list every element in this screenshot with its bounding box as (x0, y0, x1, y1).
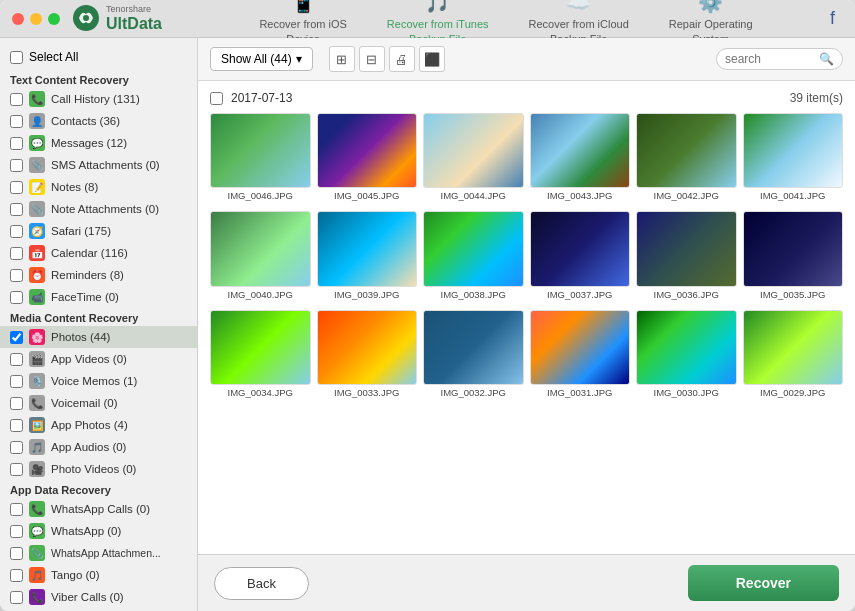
list-item[interactable]: IMG_0042.JPG (636, 113, 737, 201)
list-item[interactable]: IMG_0036.JPG (636, 211, 737, 299)
thumbnail-img32[interactable] (423, 310, 524, 385)
thumbnail-img43[interactable] (530, 113, 631, 188)
thumbnail-img33[interactable] (317, 310, 418, 385)
filter-dropdown[interactable]: Show All (44) ▾ (210, 47, 313, 71)
right-panel: Show All (44) ▾ ⊞ ⊟ 🖨 ⬛ 🔍 2017 (198, 38, 855, 611)
sidebar-item-app-videos[interactable]: 🎬App Videos (0) (0, 348, 197, 370)
icloud-icon: ☁️ (566, 0, 591, 15)
list-item[interactable]: IMG_0044.JPG (423, 113, 524, 201)
thumbnail-img31[interactable] (530, 310, 631, 385)
sidebar-item-app-photos[interactable]: 🖼️App Photos (4) (0, 414, 197, 436)
list-item[interactable]: IMG_0043.JPG (530, 113, 631, 201)
list-item[interactable]: IMG_0046.JPG (210, 113, 311, 201)
minimize-button[interactable] (30, 13, 42, 25)
view-icons: ⊞ ⊟ 🖨 ⬛ (329, 46, 445, 72)
list-item[interactable]: IMG_0040.JPG (210, 211, 311, 299)
sidebar-item-photo-videos[interactable]: 🎥Photo Videos (0) (0, 458, 197, 480)
sidebar-item-sms-attach[interactable]: 📎SMS Attachments (0) (0, 154, 197, 176)
photo-videos-icon: 🎥 (29, 461, 45, 477)
sidebar-item-voice-memos[interactable]: 🎙️Voice Memos (1) (0, 370, 197, 392)
view-list-button[interactable]: ⊞ (329, 46, 355, 72)
sidebar-item-app-audios[interactable]: 🎵App Audios (0) (0, 436, 197, 458)
sidebar: Select All Text Content Recovery 📞Call H… (0, 38, 198, 611)
thumbnail-img30[interactable] (636, 310, 737, 385)
notes-icon: 📝 (29, 179, 45, 195)
thumbnail-img37[interactable] (530, 211, 631, 286)
sidebar-item-facetime[interactable]: 📹FaceTime (0) (0, 286, 197, 308)
list-item[interactable]: IMG_0035.JPG (743, 211, 844, 299)
logo-icon (72, 4, 100, 32)
sidebar-item-call-history[interactable]: 📞Call History (131) (0, 88, 197, 110)
thumbnail-img35[interactable] (743, 211, 844, 286)
thumbnail-img42[interactable] (636, 113, 737, 188)
recover-button[interactable]: Recover (688, 565, 839, 601)
grid-area: 2017-07-13 39 item(s) IMG_0046.JPG IMG_0… (198, 81, 855, 554)
sidebar-item-viber-calls[interactable]: 📞Viber Calls (0) (0, 586, 197, 608)
chevron-down-icon: ▾ (296, 52, 302, 66)
voicemail-icon: 📞 (29, 395, 45, 411)
sidebar-item-messages[interactable]: 💬Messages (12) (0, 132, 197, 154)
export-button[interactable]: ⬛ (419, 46, 445, 72)
select-all-checkbox[interactable] (10, 51, 23, 64)
list-item[interactable]: IMG_0029.JPG (743, 310, 844, 398)
maximize-button[interactable] (48, 13, 60, 25)
list-item[interactable]: IMG_0045.JPG (317, 113, 418, 201)
sidebar-item-voicemail[interactable]: 📞Voicemail (0) (0, 392, 197, 414)
sidebar-item-contacts[interactable]: 👤Contacts (36) (0, 110, 197, 132)
facebook-icon[interactable]: f (830, 8, 835, 29)
thumbnail-img44[interactable] (423, 113, 524, 188)
sidebar-item-calendar[interactable]: 📅Calendar (116) (0, 242, 197, 264)
sidebar-item-notes[interactable]: 📝Notes (8) (0, 176, 197, 198)
list-item[interactable]: IMG_0032.JPG (423, 310, 524, 398)
sidebar-item-reminders[interactable]: ⏰Reminders (8) (0, 264, 197, 286)
img-label: IMG_0033.JPG (334, 387, 399, 398)
img-label: IMG_0034.JPG (228, 387, 293, 398)
list-item[interactable]: IMG_0033.JPG (317, 310, 418, 398)
list-item[interactable]: IMG_0041.JPG (743, 113, 844, 201)
thumbnail-img36[interactable] (636, 211, 737, 286)
date-header: 2017-07-13 39 item(s) (210, 91, 843, 105)
thumbnail-img39[interactable] (317, 211, 418, 286)
img-label: IMG_0043.JPG (547, 190, 612, 201)
sidebar-item-whatsapp-calls[interactable]: 📞WhatsApp Calls (0) (0, 498, 197, 520)
sidebar-item-tango[interactable]: 🎵Tango (0) (0, 564, 197, 586)
img-label: IMG_0030.JPG (654, 387, 719, 398)
image-grid-row3: IMG_0034.JPG IMG_0033.JPG IMG_0032.JPG I… (210, 310, 843, 398)
thumbnail-img40[interactable] (210, 211, 311, 286)
reminders-icon: ⏰ (29, 267, 45, 283)
view-grid-button[interactable]: ⊟ (359, 46, 385, 72)
select-all-row[interactable]: Select All (0, 46, 197, 70)
close-button[interactable] (12, 13, 24, 25)
print-button[interactable]: 🖨 (389, 46, 415, 72)
sidebar-item-note-attach[interactable]: 📎Note Attachments (0) (0, 198, 197, 220)
list-item[interactable]: IMG_0039.JPG (317, 211, 418, 299)
back-button[interactable]: Back (214, 567, 309, 600)
list-item[interactable]: IMG_0031.JPG (530, 310, 631, 398)
safari-icon: 🧭 (29, 223, 45, 239)
list-item[interactable]: IMG_0038.JPG (423, 211, 524, 299)
list-item[interactable]: IMG_0034.JPG (210, 310, 311, 398)
sidebar-item-photos[interactable]: 🌸Photos (44) (0, 326, 197, 348)
tango-icon: 🎵 (29, 567, 45, 583)
thumbnail-img41[interactable] (743, 113, 844, 188)
list-item[interactable]: IMG_0037.JPG (530, 211, 631, 299)
svg-point-1 (83, 15, 89, 21)
app-window: Tenorshare UltData 📱 Recover from iOS De… (0, 0, 855, 611)
thumbnail-img46[interactable] (210, 113, 311, 188)
thumbnail-img34[interactable] (210, 310, 311, 385)
date-select-checkbox[interactable] (210, 92, 223, 105)
search-input[interactable] (725, 52, 815, 66)
list-item[interactable]: IMG_0030.JPG (636, 310, 737, 398)
whatsapp-attach-icon: 📎 (29, 545, 45, 561)
section-header-text: Text Content Recovery (0, 70, 197, 88)
thumbnail-img29[interactable] (743, 310, 844, 385)
thumbnail-img38[interactable] (423, 211, 524, 286)
search-box[interactable]: 🔍 (716, 48, 843, 70)
thumbnail-img45[interactable] (317, 113, 418, 188)
sidebar-item-safari[interactable]: 🧭Safari (175) (0, 220, 197, 242)
viber-calls-icon: 📞 (29, 589, 45, 605)
img-label: IMG_0041.JPG (760, 190, 825, 201)
sidebar-item-whatsapp-attach[interactable]: 📎WhatsApp Attachmen... (0, 542, 197, 564)
whatsapp-icon: 💬 (29, 523, 45, 539)
sidebar-item-whatsapp[interactable]: 💬WhatsApp (0) (0, 520, 197, 542)
